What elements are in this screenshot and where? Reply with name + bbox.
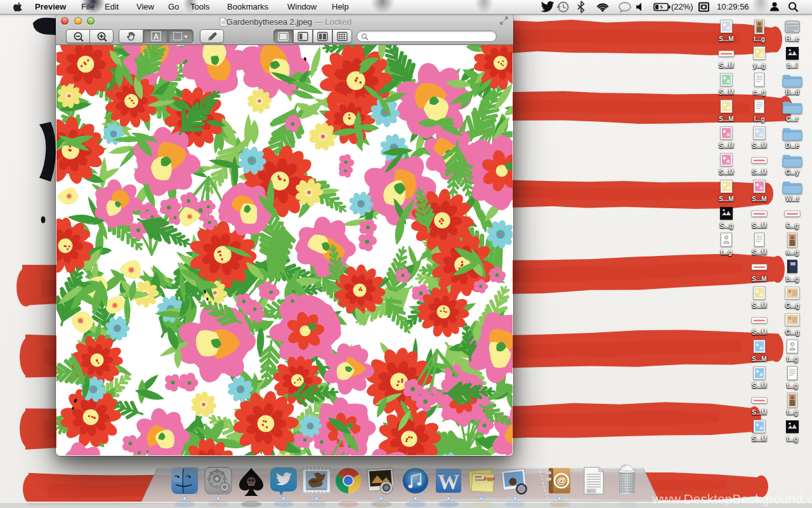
svg-text:Eggs: Eggs (484, 476, 495, 481)
svg-text:@: @ (557, 475, 566, 486)
svg-text:W: W (438, 470, 459, 493)
svg-text:A: A (153, 32, 159, 41)
svg-text:DOC: DOC (587, 489, 595, 493)
